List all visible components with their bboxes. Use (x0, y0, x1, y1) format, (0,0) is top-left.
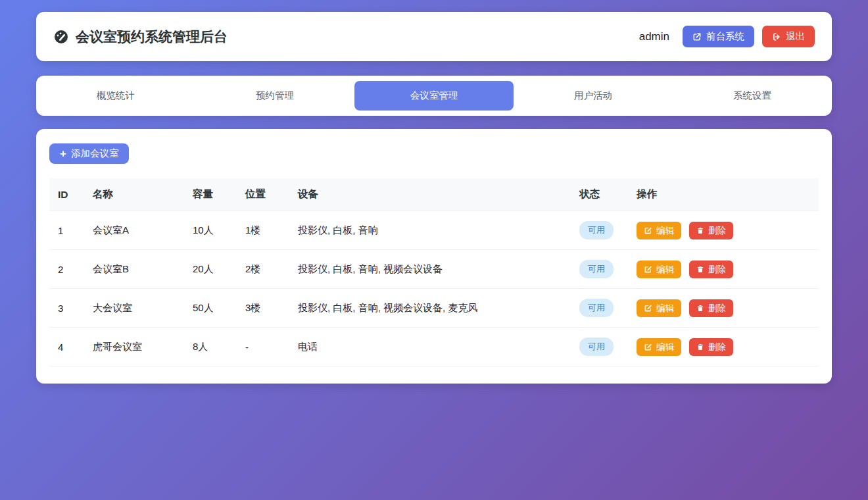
delete-button[interactable]: 删除 (689, 338, 733, 357)
page-title-text: 会议室预约系统管理后台 (76, 28, 228, 46)
edit-icon (644, 226, 652, 235)
page-title: 会议室预约系统管理后台 (53, 28, 228, 46)
room-actions-cell: 编辑 删除 (628, 328, 819, 366)
external-link-icon (692, 32, 702, 41)
tab-overview[interactable]: 概览统计 (36, 81, 195, 111)
delete-label: 删除 (708, 343, 726, 352)
column-header-status: 状态 (571, 178, 628, 211)
edit-icon (644, 304, 652, 312)
room-actions-cell: 编辑 删除 (628, 250, 819, 289)
room-location: 2楼 (237, 250, 289, 289)
edit-icon (644, 343, 652, 351)
row-actions: 编辑 删除 (637, 338, 810, 357)
tab-activity[interactable]: 用户活动 (514, 81, 673, 111)
room-id: 1 (49, 211, 84, 250)
room-actions-cell: 编辑 删除 (628, 289, 819, 328)
plus-icon: + (60, 149, 66, 159)
edit-label: 编辑 (656, 265, 674, 274)
edit-button[interactable]: 编辑 (637, 222, 681, 240)
room-id: 4 (49, 328, 84, 366)
delete-button[interactable]: 删除 (689, 299, 733, 318)
trash-icon (696, 304, 704, 312)
tab-reservations[interactable]: 预约管理 (195, 81, 354, 111)
frontend-system-label: 前台系统 (706, 32, 744, 41)
column-header-actions: 操作 (628, 178, 819, 211)
room-location: 1楼 (237, 211, 289, 250)
tab-label: 会议室管理 (410, 89, 458, 102)
room-equipment: 投影仪, 白板, 音响, 视频会议设备 (289, 250, 571, 289)
trash-icon (696, 226, 704, 235)
add-room-label: 添加会议室 (71, 149, 119, 159)
edit-label: 编辑 (656, 304, 674, 313)
edit-label: 编辑 (656, 343, 674, 352)
header-bar: 会议室预约系统管理后台 admin 前台系统 (36, 12, 832, 61)
status-badge: 可用 (579, 338, 614, 356)
table-row: 2 会议室B 20人 2楼 投影仪, 白板, 音响, 视频会议设备 可用 编辑 (49, 250, 819, 289)
room-location: 3楼 (237, 289, 289, 328)
logout-button[interactable]: 退出 (762, 26, 815, 47)
room-status-cell: 可用 (571, 328, 628, 366)
room-equipment: 投影仪, 白板, 音响, 视频会议设备, 麦克风 (289, 289, 571, 328)
room-name: 会议室B (84, 250, 184, 289)
rooms-table: ID 名称 容量 位置 设备 状态 操作 1 会议室A 10人 1楼 投影仪, … (49, 178, 819, 366)
row-actions: 编辑 删除 (637, 222, 810, 240)
column-header-location: 位置 (237, 178, 289, 211)
tab-bar: 概览统计 预约管理 会议室管理 用户活动 系统设置 (36, 76, 832, 116)
add-room-button[interactable]: + 添加会议室 (49, 143, 129, 164)
tab-label: 概览统计 (97, 89, 135, 102)
table-header-row: ID 名称 容量 位置 设备 状态 操作 (49, 178, 819, 211)
column-header-equipment: 设备 (289, 178, 571, 211)
delete-label: 删除 (708, 265, 726, 274)
delete-label: 删除 (708, 304, 726, 313)
tab-settings[interactable]: 系统设置 (673, 81, 832, 111)
room-status-cell: 可用 (571, 250, 628, 289)
table-row: 1 会议室A 10人 1楼 投影仪, 白板, 音响 可用 编辑 (49, 211, 819, 250)
username: admin (639, 30, 669, 43)
room-id: 2 (49, 250, 84, 289)
status-badge: 可用 (579, 299, 614, 317)
edit-label: 编辑 (656, 226, 674, 236)
edit-button[interactable]: 编辑 (637, 338, 681, 357)
status-badge: 可用 (579, 260, 614, 278)
header-actions: admin 前台系统 (639, 26, 815, 47)
room-status-cell: 可用 (571, 289, 628, 328)
edit-button[interactable]: 编辑 (637, 261, 681, 279)
column-header-capacity: 容量 (184, 178, 237, 211)
edit-icon (644, 265, 652, 274)
tab-label: 用户活动 (574, 89, 612, 102)
trash-icon (696, 343, 704, 351)
room-name: 大会议室 (84, 289, 184, 328)
room-capacity: 8人 (184, 328, 237, 366)
tab-rooms[interactable]: 会议室管理 (354, 81, 514, 111)
delete-button[interactable]: 删除 (689, 222, 733, 240)
table-row: 4 虎哥会议室 8人 - 电话 可用 编辑 (49, 328, 819, 366)
status-badge: 可用 (579, 221, 614, 239)
room-equipment: 电话 (289, 328, 571, 366)
room-equipment: 投影仪, 白板, 音响 (289, 211, 571, 250)
room-actions-cell: 编辑 删除 (628, 211, 819, 250)
delete-label: 删除 (708, 226, 726, 236)
edit-button[interactable]: 编辑 (637, 299, 681, 318)
logout-label: 退出 (786, 32, 805, 41)
room-location: - (237, 328, 289, 366)
delete-button[interactable]: 删除 (689, 261, 733, 279)
room-capacity: 20人 (184, 250, 237, 289)
room-name: 会议室A (84, 211, 184, 250)
table-row: 3 大会议室 50人 3楼 投影仪, 白板, 音响, 视频会议设备, 麦克风 可… (49, 289, 819, 328)
admin-page: 会议室预约系统管理后台 admin 前台系统 (0, 0, 868, 395)
dashboard-gauge-icon (53, 29, 69, 45)
frontend-system-button[interactable]: 前台系统 (683, 26, 754, 47)
row-actions: 编辑 删除 (637, 261, 810, 279)
column-header-name: 名称 (84, 178, 184, 211)
trash-icon (696, 265, 704, 274)
row-actions: 编辑 删除 (637, 299, 810, 318)
room-name: 虎哥会议室 (84, 328, 184, 366)
tab-label: 系统设置 (733, 89, 771, 102)
room-id: 3 (49, 289, 84, 328)
tab-label: 预约管理 (256, 89, 294, 102)
table-body: 1 会议室A 10人 1楼 投影仪, 白板, 音响 可用 编辑 (49, 211, 819, 366)
room-capacity: 50人 (184, 289, 237, 328)
sign-out-icon (772, 32, 781, 41)
room-status-cell: 可用 (571, 211, 628, 250)
room-capacity: 10人 (184, 211, 237, 250)
